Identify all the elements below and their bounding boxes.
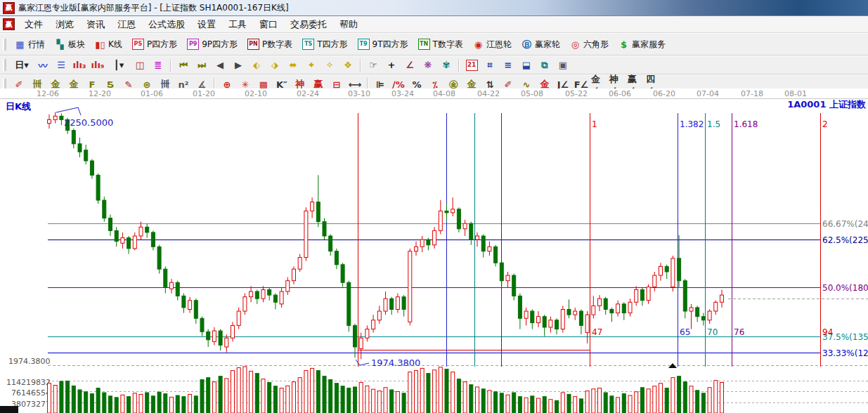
p-number-table-icon: PN xyxy=(247,39,259,50)
gann-compress-icon[interactable]: ✦ xyxy=(302,57,320,73)
menu-item[interactable]: 江恩 xyxy=(111,17,142,32)
t-square-button[interactable]: TST四方形 xyxy=(297,37,352,53)
p-square-button[interactable]: PSP四方形 xyxy=(127,37,182,53)
svg-text:02-24: 02-24 xyxy=(297,89,319,98)
menu-item[interactable]: 资讯 xyxy=(80,17,111,32)
calendar-icon[interactable]: 21 xyxy=(462,57,481,73)
svg-text:03-24: 03-24 xyxy=(391,89,414,98)
svg-text:33.33%(120): 33.33%(120) xyxy=(822,348,868,358)
calendar-icon-glyph: 21 xyxy=(466,60,478,71)
svg-text:06-20: 06-20 xyxy=(653,89,675,98)
p-number-table-button[interactable]: PNP数字表 xyxy=(242,37,297,53)
svg-text:日K线: 日K线 xyxy=(6,101,31,112)
remote-pc-icon[interactable]: ▣ xyxy=(554,57,572,73)
step-forward-icon[interactable]: ▶ xyxy=(229,57,247,73)
menu-logo-icon: 赢 xyxy=(3,18,15,30)
t-number-table-button[interactable]: TNT数字表 xyxy=(413,37,468,53)
toolbar-separator xyxy=(458,59,460,72)
9t-square-icon: T9 xyxy=(358,39,370,50)
info-list-icon[interactable]: ☰ xyxy=(52,57,70,73)
notes-pad-icon[interactable]: ≡ xyxy=(499,57,517,73)
svg-text:2250.5000: 2250.5000 xyxy=(64,117,113,128)
9p-square-label: 9P四方形 xyxy=(202,39,238,51)
step-back-icon[interactable]: ◀ xyxy=(211,57,229,73)
svg-text:65: 65 xyxy=(680,327,690,337)
menu-item[interactable]: 设置 xyxy=(191,17,222,32)
svg-text:01-20: 01-20 xyxy=(193,89,215,98)
svg-text:06-06: 06-06 xyxy=(609,89,631,98)
svg-text:76: 76 xyxy=(734,327,744,337)
kline-icon: ▮▯ xyxy=(95,39,105,50)
winner-wheel-icon: Ⓑ xyxy=(522,39,532,50)
spiral-tool-icon[interactable]: ✾ xyxy=(437,57,455,73)
p-square-icon: PS xyxy=(132,39,144,50)
svg-text:08-01: 08-01 xyxy=(784,89,807,98)
9p-square-button[interactable]: P99P四方形 xyxy=(182,37,242,53)
volume-profile-icon[interactable]: ≣ xyxy=(149,57,167,73)
angle-measure-icon[interactable]: ∠ xyxy=(401,57,419,73)
pattern-stats-icon[interactable]: ◫ xyxy=(131,57,149,73)
crosshair-icon[interactable]: + xyxy=(382,57,401,73)
svg-text:1.5: 1.5 xyxy=(707,119,720,129)
kline-button[interactable]: ▮▯K线 xyxy=(90,37,127,53)
gann-shift-right-icon[interactable]: ⬗ xyxy=(266,57,284,73)
svg-text:50.0%(180): 50.0%(180) xyxy=(822,283,868,293)
menu-item[interactable]: 文件 xyxy=(18,17,49,32)
menu-bar: 赢 文件浏览资讯江恩公式选股设置工具窗口交易委托帮助 xyxy=(0,16,868,33)
kline-label: K线 xyxy=(108,39,122,51)
sectors-button[interactable]: ▚板块 xyxy=(50,37,90,53)
send-network-icon[interactable]: ⧉ xyxy=(536,57,554,73)
save-icon[interactable]: ⬓ xyxy=(517,57,536,73)
draw-freehand-icon[interactable]: 〰 xyxy=(34,57,52,73)
goto-first-icon[interactable]: ⏮ xyxy=(174,57,193,73)
svg-text:07-18: 07-18 xyxy=(741,89,763,98)
title-bar: 赢 赢家江恩专业版[赢家内部服务平台] - [上证指数 SH1A0001-167… xyxy=(0,0,868,16)
candle-type-dropdown[interactable]: ⎮▾ xyxy=(107,57,131,73)
svg-text:05-08: 05-08 xyxy=(521,89,543,98)
hexagon-button[interactable]: ◎六角形 xyxy=(565,37,614,53)
svg-text:94: 94 xyxy=(822,327,833,337)
9t-square-button[interactable]: T99T四方形 xyxy=(353,37,413,53)
winner-wheel-button[interactable]: Ⓑ赢家轮 xyxy=(517,37,565,53)
gann-shift-left-icon[interactable]: ⬖ xyxy=(247,57,266,73)
menu-item[interactable]: 工具 xyxy=(222,17,253,32)
winner-service-icon: $ xyxy=(618,39,629,50)
gann-wheel-button[interactable]: ◉江恩轮 xyxy=(468,37,517,53)
winner-service-button[interactable]: $赢家服务 xyxy=(614,37,671,53)
svg-text:1.382: 1.382 xyxy=(680,119,704,129)
menu-item[interactable]: 窗口 xyxy=(253,17,284,32)
kline-chart-panel[interactable]: 12-0612-2001-0601-2002-1002-2403-1003-24… xyxy=(0,88,868,413)
svg-text:76146554: 76146554 xyxy=(11,388,51,398)
menu-item[interactable]: 帮助 xyxy=(333,17,364,32)
9p-square-icon: P9 xyxy=(187,39,199,50)
goto-last-icon[interactable]: ⏭ xyxy=(193,57,211,73)
flower-tool-icon[interactable]: ❋ xyxy=(419,57,437,73)
svg-text:04-08: 04-08 xyxy=(433,89,455,98)
gann-fit-icon[interactable]: ❖ xyxy=(339,57,357,73)
toolbar-grip[interactable] xyxy=(3,59,6,71)
quotes-button[interactable]: ▦行情 xyxy=(10,37,50,53)
gann-expand-icon[interactable]: ✧ xyxy=(320,57,339,73)
kline-chart[interactable]: 12-0612-2001-0601-2002-1002-2403-1003-24… xyxy=(0,88,868,413)
9t-square-label: 9T四方形 xyxy=(373,39,408,51)
sectors-icon: ▚ xyxy=(55,39,65,50)
toolbar-separator xyxy=(360,59,361,72)
menu-item[interactable]: 交易委托 xyxy=(284,17,333,32)
hexagon-icon: ◎ xyxy=(570,39,581,50)
p-square-label: P四方形 xyxy=(147,39,177,51)
pan-hand-icon[interactable]: ☞ xyxy=(364,57,382,73)
navigation-toolbar: 日▾〰☰ılı₃ılı₉⎮▾◫≣⏮⏭◀▶⬖⬗⬌✦✧❖☞+∠❋✾21⌗≡⬓⧉▣ xyxy=(0,55,868,74)
winner-wheel-label: 赢家轮 xyxy=(535,39,560,51)
winner-service-label: 赢家服务 xyxy=(632,39,666,51)
menu-item[interactable]: 公式选股 xyxy=(142,17,191,32)
toolbar-grip[interactable] xyxy=(3,39,6,51)
main-toolbar: ▦行情▚板块▮▯K线PSP四方形P99P四方形PNP数字表TST四方形T99T四… xyxy=(0,33,868,55)
calculator-icon[interactable]: ⌗ xyxy=(481,57,499,73)
kline-period-dropdown[interactable]: 日▾ xyxy=(10,57,34,73)
gann-expand-h-icon[interactable]: ⬌ xyxy=(284,57,302,73)
svg-text:1: 1 xyxy=(592,119,597,129)
bars-3-icon[interactable]: ılı₃ xyxy=(70,57,89,73)
bars-9-icon[interactable]: ılı₉ xyxy=(89,57,107,73)
menu-item[interactable]: 浏览 xyxy=(49,17,80,32)
svg-text:114219832: 114219832 xyxy=(6,378,51,387)
